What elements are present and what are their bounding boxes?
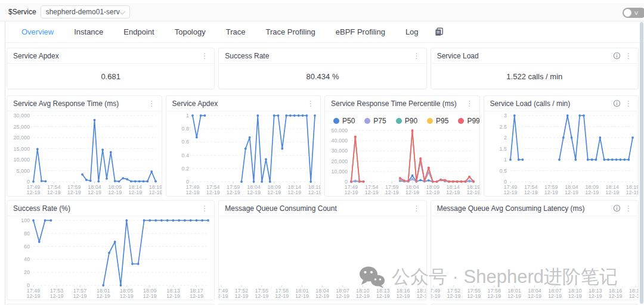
chart-title: Service Avg Response Time (ms): [13, 99, 119, 108]
svg-text:40: 40: [24, 256, 30, 262]
svg-text:2.5: 2.5: [499, 124, 507, 130]
tab-trace-profiling[interactable]: Trace Profiling: [255, 27, 325, 36]
svg-text:12-19: 12-19: [166, 293, 180, 299]
version-toggle[interactable]: V: [623, 8, 644, 18]
svg-text:12-19: 12-19: [385, 189, 399, 195]
line-chart: 17:4912-1917:5212-1917:5512-1917:5812-19…: [219, 216, 426, 300]
info-icon[interactable]: [613, 204, 621, 212]
svg-text:12-19: 12-19: [431, 293, 441, 299]
svg-text:12-19: 12-19: [190, 293, 203, 299]
svg-text:25,000: 25,000: [13, 124, 30, 130]
svg-text:12-19: 12-19: [503, 189, 517, 195]
chart-title: Service Response Time Percentile (ms): [331, 99, 457, 108]
copy-documents-icon[interactable]: [435, 27, 444, 36]
kebab-menu-icon[interactable]: ⋮: [625, 100, 632, 107]
tab-trace[interactable]: Trace: [216, 27, 256, 36]
tab-topology[interactable]: Topology: [165, 27, 216, 36]
svg-text:12-19: 12-19: [267, 189, 281, 195]
svg-text:30,000: 30,000: [331, 148, 348, 154]
stat-value: 1.522 calls / min: [431, 64, 638, 89]
svg-text:12-19: 12-19: [315, 293, 329, 299]
svg-text:12-19: 12-19: [605, 189, 619, 195]
card-header: Service Response Time Percentile (ms) ⋮: [325, 96, 479, 111]
svg-text:12-19: 12-19: [97, 293, 110, 299]
kebab-menu-icon[interactable]: ⋮: [466, 100, 473, 107]
card-header: Service Avg Response Time (ms) ⋮: [7, 96, 162, 111]
line-chart: 30,00025,00020,00015,00010,0005,000017:4…: [7, 111, 162, 196]
chart-card-service-load: Service Load (calls / min) ⋮ 32.521.510.…: [484, 95, 639, 197]
svg-text:12-19: 12-19: [226, 189, 240, 195]
card-header: Service Apdex ⋮: [166, 96, 321, 111]
legend-item-p99[interactable]: P99: [458, 117, 479, 125]
info-icon[interactable]: [613, 52, 621, 60]
vertical-scrollbar[interactable]: [640, 22, 643, 304]
line-chart: 10.80.60.40.2017:4912-1917:5412-1917:591…: [166, 111, 321, 196]
service-select[interactable]: shepherd-demo01-service: [41, 5, 130, 18]
service-label: $Service: [8, 8, 36, 16]
card-success-rate: Success Rate ⋮ 80.434 %: [218, 48, 426, 89]
svg-text:12-19: 12-19: [397, 293, 410, 299]
card-header: Service Apdex ⋮: [7, 48, 214, 64]
kebab-menu-icon[interactable]: ⋮: [148, 100, 156, 107]
svg-text:12-19: 12-19: [628, 293, 638, 299]
card-header: Message Queue Consuming Count ⋮: [219, 201, 426, 216]
legend-dot-icon: [427, 118, 433, 124]
tab-log[interactable]: Log: [395, 27, 429, 36]
card-header: Service Load (calls / min) ⋮: [484, 96, 639, 111]
svg-text:12-19: 12-19: [608, 293, 622, 299]
svg-text:12-19: 12-19: [67, 189, 81, 195]
svg-text:12-19: 12-19: [185, 189, 199, 195]
stat-value: 80.434 %: [219, 64, 426, 89]
svg-text:12-19: 12-19: [128, 189, 142, 195]
svg-text:3: 3: [503, 113, 506, 119]
card-title: Service Apdex: [13, 52, 59, 60]
svg-text:12-19: 12-19: [148, 189, 161, 195]
chart-card-avg-response-time: Service Avg Response Time (ms) ⋮ 30,0002…: [7, 95, 162, 197]
legend-item-p50[interactable]: P50: [333, 117, 355, 125]
card-title: Service Load: [437, 52, 479, 60]
svg-text:12-19: 12-19: [528, 293, 541, 299]
svg-text:12-19: 12-19: [295, 293, 309, 299]
dashboard-main: Overview Instance Endpoint Topology Trac…: [5, 21, 644, 305]
svg-text:12-19: 12-19: [73, 293, 87, 299]
svg-text:12-19: 12-19: [417, 293, 426, 299]
svg-text:12-19: 12-19: [235, 293, 249, 299]
legend-item-p75[interactable]: P75: [364, 117, 386, 125]
svg-text:12-19: 12-19: [548, 293, 562, 299]
chart-card-success-rate: Success Rate (%) ⋮ 10080604020017:4912-1…: [7, 200, 215, 300]
legend-item-p95[interactable]: P95: [427, 117, 448, 125]
svg-text:12-19: 12-19: [206, 189, 219, 195]
tab-ebpf-profiling[interactable]: eBPF Profiling: [326, 27, 395, 36]
kebab-menu-icon[interactable]: ⋮: [625, 52, 632, 60]
tab-overview[interactable]: Overview: [11, 27, 64, 36]
tab-endpoint[interactable]: Endpoint: [113, 27, 164, 36]
svg-text:12-19: 12-19: [120, 293, 134, 299]
service-select-value: shepherd-demo01-service: [46, 8, 120, 16]
svg-text:12-19: 12-19: [585, 189, 599, 195]
chart-title: Message Queue Consuming Count: [225, 204, 336, 213]
svg-text:12-19: 12-19: [426, 189, 439, 195]
info-icon[interactable]: [613, 99, 621, 107]
kebab-menu-icon[interactable]: ⋮: [413, 52, 420, 60]
legend-item-p90[interactable]: P90: [396, 117, 417, 125]
kebab-menu-icon[interactable]: ⋮: [413, 205, 420, 212]
legend-dot-icon: [333, 118, 339, 124]
stat-value: 0.681: [7, 64, 214, 89]
svg-text:12-19: 12-19: [405, 189, 419, 195]
card-service-load: Service Load ⋮ 1.522 calls / min: [431, 48, 639, 89]
svg-text:2: 2: [503, 135, 506, 141]
tab-bar: Overview Instance Endpoint Topology Trac…: [5, 21, 644, 43]
svg-text:1: 1: [185, 113, 188, 119]
svg-text:12-19: 12-19: [246, 189, 260, 195]
kebab-menu-icon[interactable]: ⋮: [625, 205, 632, 212]
chart-card-mq-consuming-count: Message Queue Consuming Count ⋮ 17:4912-…: [218, 200, 426, 300]
kebab-menu-icon[interactable]: ⋮: [201, 52, 208, 60]
card-header: Success Rate ⋮: [219, 48, 426, 64]
svg-text:20,000: 20,000: [331, 158, 348, 164]
svg-text:12-19: 12-19: [50, 293, 64, 299]
tab-instance[interactable]: Instance: [64, 27, 113, 36]
svg-text:12-19: 12-19: [446, 189, 460, 195]
svg-text:12-19: 12-19: [524, 189, 537, 195]
kebab-menu-icon[interactable]: ⋮: [307, 100, 314, 107]
kebab-menu-icon[interactable]: ⋮: [201, 205, 208, 212]
